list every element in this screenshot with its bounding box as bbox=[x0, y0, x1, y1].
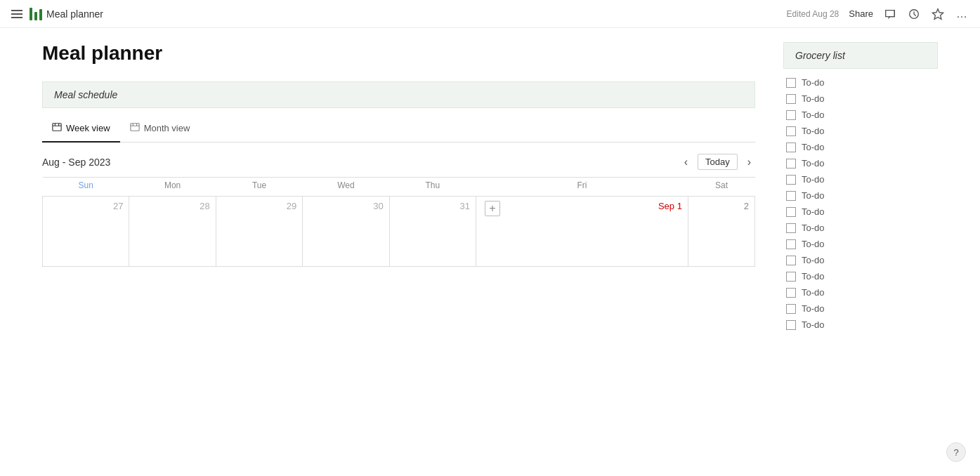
month-view-icon bbox=[130, 122, 140, 134]
grocery-checkbox-14[interactable] bbox=[786, 304, 796, 314]
grocery-label-0: To-do bbox=[802, 77, 825, 88]
hamburger-icon[interactable] bbox=[11, 10, 22, 18]
grocery-item: To-do bbox=[783, 123, 938, 139]
grocery-label-14: To-do bbox=[802, 303, 825, 314]
main-content: Meal planner Meal schedule Week view Mon… bbox=[0, 28, 980, 347]
col-thu: Thu bbox=[389, 178, 476, 197]
svg-rect-3 bbox=[131, 124, 139, 131]
grocery-item: To-do bbox=[783, 220, 938, 236]
logo-icon bbox=[30, 8, 42, 20]
day-number: 28 bbox=[200, 201, 209, 211]
logo-bar-1 bbox=[30, 8, 32, 20]
tab-week-view[interactable]: Week view bbox=[42, 117, 120, 143]
calendar-controls: ‹ Today › bbox=[680, 154, 755, 170]
table-row: 27 28 29 30 31 Sep 1 + 2 bbox=[43, 197, 755, 267]
grocery-list-header: Grocery list bbox=[783, 42, 938, 69]
tab-month-view[interactable]: Month view bbox=[120, 117, 200, 143]
grocery-item: To-do bbox=[783, 204, 938, 220]
grocery-label-3: To-do bbox=[802, 126, 825, 136]
comment-icon[interactable] bbox=[883, 7, 897, 21]
cell-fri-sep1[interactable]: Sep 1 + bbox=[476, 197, 688, 267]
topbar: Meal planner Edited Aug 28 Share … bbox=[0, 0, 980, 28]
grocery-checkbox-7[interactable] bbox=[786, 191, 796, 201]
page-title: Meal planner bbox=[42, 42, 755, 65]
grocery-checkbox-6[interactable] bbox=[786, 175, 796, 185]
grocery-item: To-do bbox=[783, 139, 938, 155]
calendar-next-button[interactable]: › bbox=[743, 155, 755, 169]
logo-bar-3 bbox=[39, 9, 42, 20]
grocery-checkbox-9[interactable] bbox=[786, 223, 796, 233]
col-sat: Sat bbox=[688, 178, 754, 197]
grocery-checkbox-2[interactable] bbox=[786, 110, 796, 120]
app-logo: Meal planner bbox=[30, 8, 103, 20]
col-fri: Fri bbox=[476, 178, 688, 197]
cell-sun-27[interactable]: 27 bbox=[43, 197, 129, 267]
grocery-item: To-do bbox=[783, 187, 938, 204]
cell-wed-30[interactable]: 30 bbox=[303, 197, 389, 267]
grocery-label-7: To-do bbox=[802, 190, 825, 201]
grocery-checkbox-3[interactable] bbox=[786, 126, 796, 136]
add-event-button[interactable]: + bbox=[485, 201, 500, 216]
cell-thu-31[interactable]: 31 bbox=[389, 197, 476, 267]
grocery-label-9: To-do bbox=[802, 223, 825, 233]
grocery-label-12: To-do bbox=[802, 271, 825, 282]
calendar-prev-button[interactable]: ‹ bbox=[680, 155, 692, 169]
edit-label: Edited Aug 28 bbox=[787, 9, 839, 19]
grocery-checkbox-8[interactable] bbox=[786, 207, 796, 217]
grocery-label-5: To-do bbox=[802, 158, 825, 168]
grocery-label-8: To-do bbox=[802, 206, 825, 217]
grocery-checkbox-5[interactable] bbox=[786, 159, 796, 168]
cell-tue-29[interactable]: 29 bbox=[216, 197, 302, 267]
day-number: 30 bbox=[373, 201, 383, 211]
app-name: Meal planner bbox=[46, 8, 103, 20]
grocery-item: To-do bbox=[783, 107, 938, 123]
grocery-item: To-do bbox=[783, 300, 938, 317]
topbar-left: Meal planner bbox=[11, 8, 103, 20]
calendar-nav: Aug - Sep 2023 ‹ Today › bbox=[42, 154, 755, 170]
today-button[interactable]: Today bbox=[698, 154, 738, 170]
grocery-checkbox-13[interactable] bbox=[786, 288, 796, 298]
grocery-label-13: To-do bbox=[802, 287, 825, 298]
grocery-checkbox-15[interactable] bbox=[786, 320, 796, 330]
grocery-label-2: To-do bbox=[802, 110, 825, 120]
grocery-item: To-do bbox=[783, 74, 938, 91]
left-section: Meal planner Meal schedule Week view Mon… bbox=[42, 42, 755, 333]
grocery-items-list: To-do To-do To-do To-do To-do To-do To-d… bbox=[783, 74, 938, 333]
grocery-checkbox-11[interactable] bbox=[786, 256, 796, 265]
day-number: 2 bbox=[744, 201, 749, 211]
cell-mon-28[interactable]: 28 bbox=[129, 197, 216, 267]
grocery-item: To-do bbox=[783, 284, 938, 300]
grocery-checkbox-0[interactable] bbox=[786, 78, 796, 88]
grocery-item: To-do bbox=[783, 268, 938, 284]
day-number: 31 bbox=[460, 201, 470, 211]
day-number: 29 bbox=[287, 201, 296, 211]
more-icon[interactable]: … bbox=[955, 7, 969, 21]
grocery-item: To-do bbox=[783, 171, 938, 187]
grocery-item: To-do bbox=[783, 91, 938, 107]
calendar-date-range: Aug - Sep 2023 bbox=[42, 157, 110, 168]
col-wed: Wed bbox=[303, 178, 389, 197]
grocery-label-10: To-do bbox=[802, 239, 825, 249]
week-view-icon bbox=[52, 122, 62, 134]
grocery-item: To-do bbox=[783, 155, 938, 171]
grocery-checkbox-4[interactable] bbox=[786, 143, 796, 152]
svg-rect-2 bbox=[53, 124, 61, 131]
grocery-item: To-do bbox=[783, 317, 938, 333]
col-sun: Sun bbox=[43, 178, 129, 197]
svg-marker-1 bbox=[932, 8, 943, 18]
day-number: 27 bbox=[113, 201, 123, 211]
grocery-checkbox-1[interactable] bbox=[786, 94, 796, 104]
star-icon[interactable] bbox=[931, 7, 945, 21]
grocery-label-15: To-do bbox=[802, 319, 825, 330]
col-tue: Tue bbox=[216, 178, 302, 197]
month-view-label: Month view bbox=[144, 123, 190, 133]
grocery-checkbox-10[interactable] bbox=[786, 239, 796, 249]
clock-icon[interactable] bbox=[907, 7, 921, 21]
grocery-list-section: Grocery list To-do To-do To-do To-do To-… bbox=[783, 42, 938, 333]
view-tabs: Week view Month view bbox=[42, 117, 755, 143]
grocery-checkbox-12[interactable] bbox=[786, 272, 796, 282]
logo-bar-2 bbox=[34, 12, 37, 20]
share-button[interactable]: Share bbox=[849, 8, 873, 19]
cell-sat-2[interactable]: 2 bbox=[688, 197, 754, 267]
day-number-sep1: Sep 1 bbox=[658, 201, 682, 211]
